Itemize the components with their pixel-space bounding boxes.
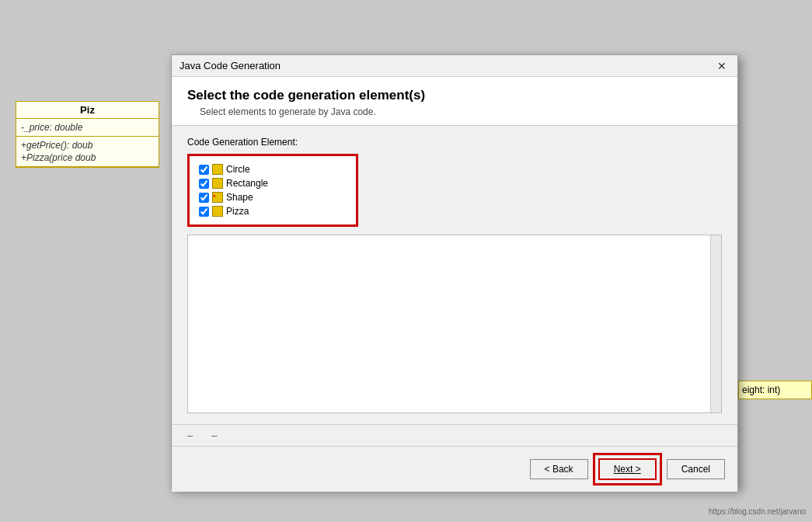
dialog-main-title: Select the code generation element(s) (187, 88, 722, 103)
label-pizza: Pizza (226, 206, 249, 217)
button-row: < Back Next > Cancel (172, 446, 737, 492)
bottom-bar: – – (172, 424, 737, 446)
checkbox-circle[interactable] (199, 165, 209, 175)
label-shape: Shape (226, 192, 253, 203)
element-shape: Shape (196, 190, 350, 204)
next-label: Next > (614, 464, 641, 475)
class-icon-circle (212, 164, 223, 175)
watermark: https://blog.csdn.net/jarvano (709, 507, 806, 516)
uml-method-2: +Pizza(price doub (21, 151, 154, 164)
dash-2[interactable]: – (211, 430, 217, 441)
bg-uml-class: Piz -_price: double +getPrice(): doub +P… (16, 101, 159, 168)
dash-1[interactable]: – (187, 430, 193, 441)
checkbox-pizza[interactable] (199, 207, 209, 217)
checkbox-rectangle[interactable] (199, 179, 209, 189)
back-button[interactable]: < Back (530, 459, 588, 479)
label-rectangle: Rectangle (226, 178, 268, 189)
cancel-button[interactable]: Cancel (667, 459, 725, 479)
dialog-subtitle: Select elements to generate by Java code… (200, 106, 722, 117)
next-button[interactable]: Next > (598, 458, 657, 480)
section-label: Code Generation Element: (187, 137, 722, 148)
class-icon-pizza (212, 206, 223, 217)
element-list-container: Circle Rectangle Shape (187, 154, 358, 227)
scrollbar-vertical[interactable] (710, 235, 721, 412)
uml-method-1: +getPrice(): doub (21, 139, 154, 151)
element-circle: Circle (196, 162, 350, 176)
uml-class-title: Piz (16, 102, 159, 119)
uml-class-attributes: -_price: double (16, 119, 159, 137)
element-pizza: Pizza (196, 204, 350, 218)
next-button-highlight: Next > (593, 453, 662, 485)
uml-class-methods: +getPrice(): doub +Pizza(price doub (16, 137, 159, 167)
bg-uml-right: eight: int) (738, 381, 812, 399)
dialog-titlebar: Java Code Generation ✕ (172, 55, 737, 77)
java-code-generation-dialog: Java Code Generation ✕ Select the code g… (171, 54, 738, 489)
dialog-header: Select the code generation element(s) Se… (172, 77, 737, 126)
interface-icon-shape (212, 192, 223, 203)
uml-attr-1: -_price: double (21, 121, 154, 134)
class-icon-rectangle (212, 178, 223, 189)
content-area (187, 235, 722, 413)
bottom-dashes: – – (187, 430, 217, 441)
label-circle: Circle (226, 164, 250, 175)
element-rectangle: Rectangle (196, 176, 350, 190)
dialog-content: Code Generation Element: Circle Rectangl… (172, 126, 737, 424)
checkbox-shape[interactable] (199, 193, 209, 203)
dialog-title: Java Code Generation (179, 60, 281, 71)
close-button[interactable]: ✕ (714, 61, 730, 71)
element-list: Circle Rectangle Shape (196, 162, 350, 218)
bg-uml-right-text: eight: int) (742, 385, 808, 395)
